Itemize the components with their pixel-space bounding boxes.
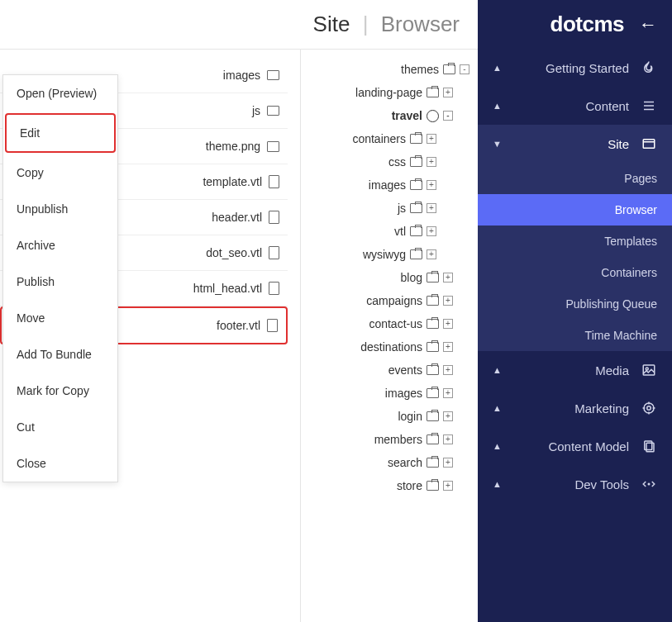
tree-item-js[interactable]: +js	[301, 197, 469, 220]
collapse-icon[interactable]: -	[460, 64, 469, 74]
sidebar-label: Media	[513, 363, 629, 377]
tree-item-travel[interactable]: -travel	[301, 104, 469, 127]
layers-icon	[641, 438, 657, 454]
folder-icon	[427, 273, 439, 283]
expand-icon[interactable]: +	[443, 88, 453, 97]
expand-icon[interactable]: +	[427, 180, 436, 190]
logo: dotcms	[550, 12, 624, 37]
sidebar-header: ← dotcms	[478, 0, 672, 49]
context-menu-copy[interactable]: Copy	[3, 154, 117, 191]
collapse-icon[interactable]: -	[443, 111, 453, 121]
context-menu-open-preview-[interactable]: Open (Preview)	[3, 75, 117, 112]
context-menu-publish[interactable]: Publish	[3, 264, 117, 300]
folder-icon	[410, 226, 422, 236]
folder-icon	[427, 365, 439, 375]
context-menu-edit[interactable]: Edit	[5, 113, 116, 153]
sidebar-subitem-pages[interactable]: Pages	[478, 163, 672, 194]
expand-icon[interactable]: +	[427, 134, 436, 144]
chevron-up-icon: ▲	[493, 403, 502, 413]
tree-item-label: search	[388, 456, 422, 469]
expand-icon[interactable]: +	[427, 249, 436, 259]
sidebar-item-getting-started[interactable]: Getting Started ▲	[478, 49, 672, 87]
tree-item-vtl[interactable]: +vtl	[301, 220, 469, 243]
breadcrumb-root[interactable]: Site	[313, 12, 350, 36]
context-menu-archive[interactable]: Archive	[3, 227, 117, 264]
file-item-label: html_head.vtl	[193, 282, 262, 295]
sidebar-item-content-model[interactable]: Content Model ▲	[478, 427, 672, 465]
sidebar-item-marketing[interactable]: Marketing ▲	[478, 389, 672, 427]
tree-item-containers[interactable]: +containers	[301, 127, 469, 150]
sidebar-subitem-time-machine[interactable]: Time Machine	[478, 320, 672, 351]
file-item-label: dot_seo.vtl	[206, 246, 262, 259]
context-menu-mark-for-copy[interactable]: Mark for Copy	[3, 373, 117, 409]
tree-item-destinations[interactable]: +destinations	[301, 335, 469, 358]
tree-item-blog[interactable]: +blog	[301, 266, 469, 289]
document-icon	[267, 319, 278, 332]
sidebar-subitem-templates[interactable]: Templates	[478, 226, 672, 257]
folder-icon	[427, 411, 439, 421]
expand-icon[interactable]: +	[427, 226, 436, 236]
chevron-up-icon: ▲	[493, 365, 502, 375]
expand-icon[interactable]: +	[443, 434, 453, 444]
file-item-label: footer.vtl	[217, 319, 260, 332]
context-menu-add-to-bundle[interactable]: Add To Bundle	[3, 336, 117, 373]
sidebar-subitem-containers[interactable]: Containers	[478, 257, 672, 288]
sidebar-item-media[interactable]: Media ▲	[478, 351, 672, 389]
tree-item-label: store	[397, 479, 422, 492]
file-item-label: js	[252, 104, 260, 117]
context-menu-cut[interactable]: Cut	[3, 409, 117, 445]
back-arrow-icon[interactable]: ←	[639, 14, 657, 36]
folder-icon	[427, 319, 439, 329]
tree-item-themes[interactable]: -themes	[301, 58, 469, 81]
tree-item-wysiwyg[interactable]: +wysiwyg	[301, 243, 469, 266]
sidebar-item-content[interactable]: Content ▲	[478, 87, 672, 125]
expand-icon[interactable]: +	[443, 481, 453, 491]
expand-icon[interactable]: +	[443, 411, 453, 421]
svg-rect-3	[643, 140, 655, 149]
document-icon	[269, 282, 279, 295]
tree-item-landing-page[interactable]: +landing-page	[301, 81, 469, 104]
expand-icon[interactable]: +	[443, 296, 453, 306]
sidebar-item-dev-tools[interactable]: Dev Tools ▲	[478, 465, 672, 503]
sidebar-item-site[interactable]: Site ▼	[478, 125, 672, 163]
context-menu-close[interactable]: Close	[3, 445, 117, 482]
tree-item-css[interactable]: +css	[301, 150, 469, 173]
tree-item-contact-us[interactable]: +contact-us	[301, 312, 469, 335]
context-menu-unpublish[interactable]: Unpublish	[3, 191, 117, 227]
tree-item-store[interactable]: +store	[301, 474, 469, 497]
tree-item-label: campaigns	[366, 294, 422, 307]
tree-item-images[interactable]: +images	[301, 382, 469, 405]
sidebar-subitem-browser[interactable]: Browser	[478, 194, 672, 226]
header: Site | Browser	[0, 0, 478, 50]
tree-item-login[interactable]: +login	[301, 405, 469, 428]
sidebar-subitem-publishing-queue[interactable]: Publishing Queue	[478, 288, 672, 320]
tree-item-events[interactable]: +events	[301, 358, 469, 382]
expand-icon[interactable]: +	[443, 273, 453, 283]
expand-icon[interactable]: +	[443, 365, 453, 375]
tree-item-label: images	[369, 178, 406, 192]
tree-item-label: vtl	[394, 225, 406, 238]
expand-icon[interactable]: +	[443, 458, 453, 468]
tree-item-label: contact-us	[369, 317, 422, 330]
expand-icon[interactable]: +	[443, 319, 453, 329]
tree-item-label: events	[388, 363, 422, 377]
folder-icon	[410, 134, 422, 144]
tree-item-members[interactable]: +members	[301, 428, 469, 451]
chevron-down-icon: ▼	[493, 139, 502, 149]
sidebar-label: Getting Started	[513, 61, 629, 75]
tree-item-search[interactable]: +search	[301, 451, 469, 474]
context-menu-move[interactable]: Move	[3, 300, 117, 336]
globe-icon	[427, 110, 439, 122]
folder-icon	[427, 481, 439, 491]
svg-point-8	[647, 406, 651, 411]
expand-icon[interactable]: +	[427, 203, 436, 213]
expand-icon[interactable]: +	[427, 157, 436, 167]
expand-icon[interactable]: +	[443, 388, 453, 398]
breadcrumb: Site | Browser	[313, 12, 460, 37]
tree-item-campaigns[interactable]: +campaigns	[301, 289, 469, 312]
folder-icon	[427, 434, 439, 444]
tree-item-images[interactable]: +images	[301, 173, 469, 197]
document-icon	[269, 175, 279, 188]
folder-icon	[267, 70, 279, 80]
expand-icon[interactable]: +	[443, 342, 453, 352]
